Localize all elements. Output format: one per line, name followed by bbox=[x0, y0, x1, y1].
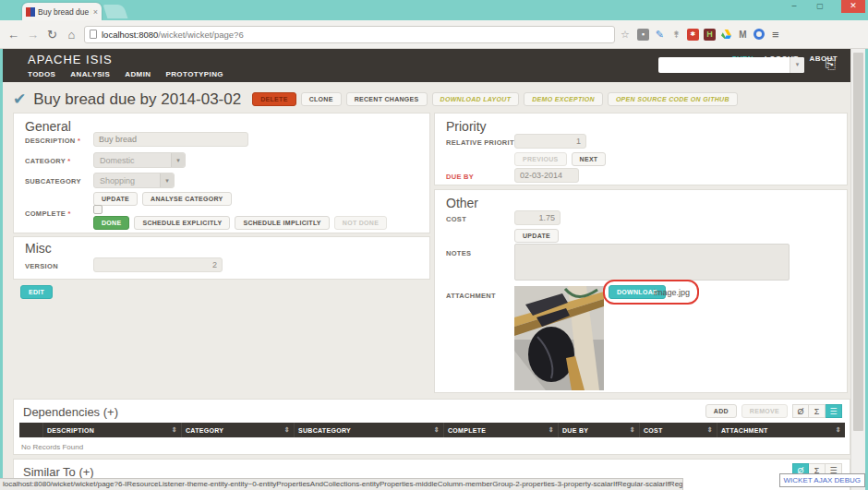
category-select[interactable]: Domestic ▾ bbox=[93, 152, 186, 168]
page-title: Buy bread due by 2014-03-02 bbox=[33, 90, 241, 109]
sort-icon[interactable]: ⇕ bbox=[707, 426, 713, 434]
edit-button[interactable]: EDIT bbox=[20, 285, 53, 299]
hide-collection-icon[interactable]: Ø bbox=[792, 404, 809, 418]
column-complete[interactable]: COMPLETE⇕ bbox=[444, 423, 559, 437]
complete-label: COMPLETE * bbox=[25, 209, 71, 218]
chrome-menu-icon[interactable]: ≡ bbox=[772, 28, 779, 42]
open-source-button[interactable]: OPEN SOURCE CODE ON GITHUB bbox=[608, 92, 738, 106]
update-button[interactable]: UPDATE bbox=[93, 192, 138, 206]
copy-icon[interactable]: ⎘ bbox=[826, 56, 836, 72]
analyse-category-button[interactable]: ANALYSE CATEGORY bbox=[142, 192, 231, 206]
recent-changes-button[interactable]: RECENT CHANGES bbox=[346, 92, 428, 106]
app-header: APACHE ISIS SVEN LOGOUT ABOUT TODOS ANAL… bbox=[3, 49, 850, 82]
cost-label: COST bbox=[446, 215, 466, 223]
select-arrow-icon: ▾ bbox=[160, 173, 174, 187]
search-select[interactable]: ▾ bbox=[658, 57, 804, 73]
extension-icon-antenna[interactable]: ⚵ bbox=[670, 29, 682, 41]
browser-tab[interactable]: Buy bread due by 20 × bbox=[22, 3, 102, 20]
extension-icon-red[interactable]: ✱ bbox=[687, 29, 699, 41]
relative-priority-label: RELATIVE PRIORITY bbox=[446, 138, 519, 147]
extension-icon-feather[interactable]: ✎ bbox=[654, 29, 666, 41]
tab-close-icon[interactable]: × bbox=[93, 7, 98, 17]
extension-icon-1[interactable]: ▪ bbox=[637, 29, 649, 41]
column-subcategory[interactable]: SUBCATEGORY⇕ bbox=[295, 423, 444, 437]
select-arrow-icon: ▾ bbox=[171, 153, 185, 167]
schedule-implicitly-button[interactable]: SCHEDULE IMPLICITLY bbox=[235, 216, 329, 230]
misc-heading: Misc bbox=[25, 241, 52, 256]
sort-icon[interactable]: ⇕ bbox=[284, 426, 290, 434]
column-description[interactable]: DESCRIPTION⇕ bbox=[43, 423, 182, 437]
forward-icon[interactable]: → bbox=[23, 28, 42, 42]
update-cost-button[interactable]: UPDATE bbox=[514, 229, 559, 243]
summary-view-icon[interactable]: Σ bbox=[809, 404, 826, 418]
complete-checkbox[interactable] bbox=[93, 205, 102, 214]
sort-icon[interactable]: ⇕ bbox=[172, 426, 177, 434]
extension-icon-m[interactable]: M bbox=[737, 29, 749, 41]
extension-icon-h[interactable]: H bbox=[704, 29, 716, 41]
new-tab-button[interactable] bbox=[103, 5, 128, 18]
maximize-button[interactable]: ▢ bbox=[809, 0, 831, 13]
sort-icon[interactable]: ⇕ bbox=[836, 426, 841, 434]
column-category[interactable]: CATEGORY⇕ bbox=[182, 423, 295, 437]
bookmark-star-icon[interactable]: ☆ bbox=[621, 29, 630, 41]
home-icon[interactable]: ⌂ bbox=[62, 28, 81, 42]
description-input[interactable] bbox=[93, 132, 248, 147]
browser-tab-strip: Buy bread due by 20 × – ▢ ✕ bbox=[0, 0, 868, 20]
download-layout-button[interactable]: DOWNLOAD LAYOUT bbox=[432, 92, 520, 106]
add-button[interactable]: ADD bbox=[705, 404, 737, 418]
general-heading: General bbox=[25, 119, 71, 134]
window-left-border bbox=[0, 49, 3, 490]
url-path: /wicket/wicket/page?6 bbox=[158, 30, 243, 40]
list-view-icon[interactable]: ☰ bbox=[826, 404, 842, 418]
select-arrow-icon[interactable]: ▾ bbox=[790, 57, 804, 73]
sort-icon[interactable]: ⇕ bbox=[434, 426, 440, 434]
subcategory-select[interactable]: Shopping ▾ bbox=[93, 173, 175, 188]
previous-button: PREVIOUS bbox=[514, 152, 567, 166]
red-annotation bbox=[603, 280, 699, 305]
no-records-text: No Records Found bbox=[21, 443, 83, 451]
wicket-ajax-debug-link[interactable]: WICKET AJAX DEBUG bbox=[779, 473, 865, 487]
page-icon bbox=[90, 30, 97, 39]
dependencies-panel: Dependencies (+) ADD REMOVE Ø Σ ☰ DESCRI… bbox=[13, 399, 850, 455]
column-cost[interactable]: COST⇕ bbox=[640, 423, 717, 437]
dependencies-table-header: DESCRIPTION⇕ CATEGORY⇕ SUBCATEGORY⇕ COMP… bbox=[19, 423, 845, 437]
minimize-button[interactable]: – bbox=[783, 0, 805, 13]
address-bar[interactable]: localhost:8080 /wicket/wicket/page?6 bbox=[84, 26, 615, 43]
attachment-label: ATTACHMENT bbox=[446, 292, 496, 300]
todo-check-icon: ✔ bbox=[13, 90, 26, 109]
extension-icon-circle[interactable] bbox=[753, 29, 765, 40]
vertical-scrollbar[interactable] bbox=[850, 49, 865, 490]
clone-button[interactable]: CLONE bbox=[301, 92, 342, 106]
next-button[interactable]: NEXT bbox=[572, 152, 607, 166]
similar-to-heading: Similar To (+) bbox=[23, 465, 94, 479]
notes-textarea[interactable] bbox=[514, 244, 790, 281]
scrollbar-thumb[interactable] bbox=[853, 53, 863, 431]
app-menu: TODOS ANALYSIS ADMIN PROTOTYPING bbox=[28, 70, 223, 78]
extension-icon-drive[interactable] bbox=[720, 29, 732, 41]
done-button[interactable]: DONE bbox=[93, 216, 129, 230]
browser-window: Buy bread due by 20 × – ▢ ✕ ← → ↻ ⌂ loca… bbox=[0, 0, 868, 490]
menu-item-prototyping[interactable]: PROTOTYPING bbox=[165, 70, 223, 78]
close-button[interactable]: ✕ bbox=[841, 0, 865, 13]
sort-icon[interactable]: ⇕ bbox=[549, 426, 554, 434]
menu-item-analysis[interactable]: ANALYSIS bbox=[70, 70, 110, 78]
subcategory-label: SUBCATEGORY bbox=[25, 177, 81, 185]
status-bar: localhost:8080/wicket/wicket/page?6-IRes… bbox=[0, 478, 683, 490]
column-attachment[interactable]: ATTACHMENT⇕ bbox=[717, 423, 845, 437]
demo-exception-button[interactable]: DEMO EXCEPTION bbox=[524, 92, 603, 106]
menu-item-admin[interactable]: ADMIN bbox=[125, 70, 151, 78]
back-icon[interactable]: ← bbox=[4, 28, 23, 42]
select-column-header[interactable] bbox=[19, 423, 43, 437]
menu-item-todos[interactable]: TODOS bbox=[28, 70, 55, 78]
column-due-by[interactable]: DUE BY⇕ bbox=[559, 423, 640, 437]
version-label: VERSION bbox=[25, 262, 58, 270]
due-by-input[interactable] bbox=[514, 168, 579, 183]
reload-icon[interactable]: ↻ bbox=[42, 28, 62, 42]
delete-button[interactable]: DELETE bbox=[252, 92, 295, 106]
sort-icon[interactable]: ⇕ bbox=[630, 426, 635, 434]
category-label: CATEGORY * bbox=[25, 157, 71, 165]
schedule-explicitly-button[interactable]: SCHEDULE EXPLICITLY bbox=[134, 216, 230, 230]
version-input bbox=[93, 257, 223, 272]
brand-title: APACHE ISIS bbox=[28, 53, 113, 66]
other-panel: Other COST UPDATE NOTES ATTACHMENT DOWNL… bbox=[434, 189, 848, 393]
